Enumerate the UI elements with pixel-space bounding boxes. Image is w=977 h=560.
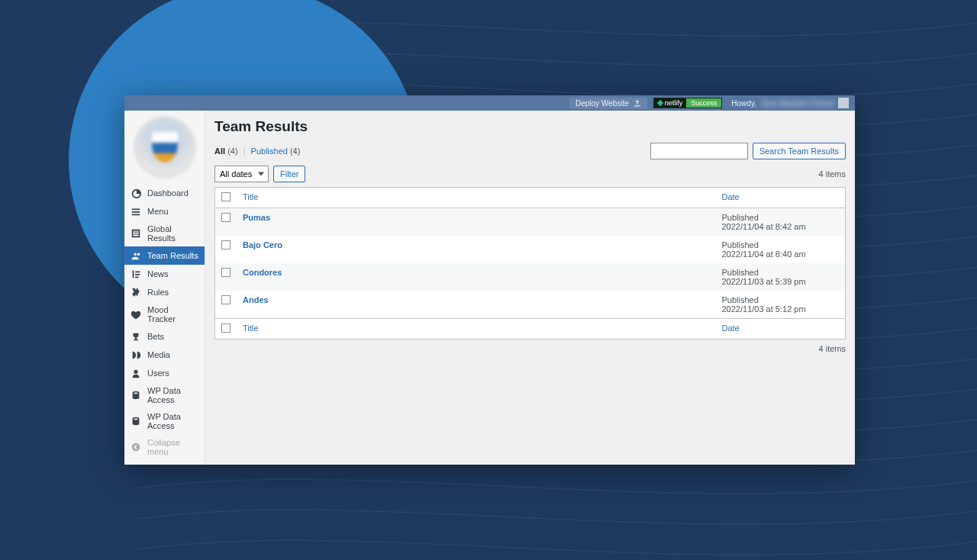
- row-checkbox[interactable]: [221, 213, 231, 222]
- svg-point-0: [132, 443, 140, 452]
- globe-icon: [131, 228, 141, 239]
- table-row: Bajo CeroPublished2022/11/04 at 8:40 am: [215, 236, 846, 263]
- sidebar-item-label: Bets: [147, 332, 164, 341]
- sort-by-title[interactable]: Title: [243, 192, 258, 201]
- select-all-checkbox[interactable]: [221, 192, 231, 201]
- sidebar-item-label: News: [147, 269, 169, 278]
- filter-published-count: (4): [290, 146, 300, 156]
- status-filter-links: All (4) | Published (4): [214, 146, 300, 156]
- row-status: Published: [722, 213, 840, 222]
- row-status: Published: [722, 295, 840, 304]
- netlify-diamond-icon: [657, 100, 663, 106]
- row-date: 2022/11/04 at 8:42 am: [722, 222, 840, 231]
- sidebar-item-wp-data-access[interactable]: WP Data Access: [124, 382, 205, 408]
- row-date: 2022/11/04 at 8:40 am: [722, 249, 840, 259]
- sort-by-title-footer[interactable]: Title: [243, 323, 258, 333]
- items-count-bottom: 4 items: [214, 344, 846, 353]
- sidebar-item-label: Media: [147, 350, 170, 359]
- collapse-menu-button[interactable]: Collapse menu: [124, 434, 205, 460]
- netlify-brand: netlify: [665, 99, 683, 107]
- mood-icon: [131, 309, 141, 320]
- netlify-status-badge: netlify Success: [653, 98, 723, 108]
- site-logo[interactable]: [124, 111, 205, 184]
- filter-all[interactable]: All: [214, 146, 225, 156]
- sidebar-item-mood-tracker[interactable]: Mood Tracker: [124, 301, 205, 327]
- avatar-icon: [838, 98, 849, 108]
- sidebar-item-global-results[interactable]: Global Results: [124, 220, 205, 246]
- netlify-status: Success: [686, 98, 721, 108]
- sidebar-item-label: Mood Tracker: [147, 305, 198, 323]
- sidebar-item-rules[interactable]: Rules: [124, 283, 205, 301]
- sidebar-item-label: WP Data Access: [147, 386, 198, 404]
- sidebar-item-news[interactable]: News: [124, 265, 205, 283]
- team-icon: [131, 250, 141, 261]
- date-filter-select[interactable]: All dates: [214, 166, 269, 182]
- sidebar-item-menu[interactable]: Menu: [124, 202, 205, 220]
- filter-published[interactable]: Published: [251, 146, 288, 156]
- sidebar-item-label: WP Data Access: [147, 412, 198, 430]
- media-icon: [131, 349, 141, 360]
- main-content: Team Results All (4) | Published (4) Sea…: [205, 111, 855, 465]
- row-date: 2022/11/03 at 5:39 pm: [722, 277, 840, 286]
- table-row: AndesPublished2022/11/03 at 5:12 pm: [215, 291, 846, 319]
- filter-button[interactable]: Filter: [273, 166, 305, 182]
- news-icon: [131, 269, 141, 279]
- select-all-checkbox-footer[interactable]: [221, 323, 231, 333]
- collapse-icon: [131, 442, 141, 452]
- row-status: Published: [722, 240, 840, 249]
- table-row: PumasPublished2022/11/04 at 8:42 am: [215, 208, 846, 237]
- sidebar-item-label: Team Results: [147, 251, 198, 260]
- row-title-link[interactable]: Condores: [243, 268, 282, 277]
- items-count-top: 4 items: [819, 169, 846, 179]
- dashboard-icon: [131, 188, 141, 198]
- row-title-link[interactable]: Pumas: [243, 213, 270, 222]
- sidebar-item-bets[interactable]: Bets: [124, 327, 205, 346]
- row-checkbox[interactable]: [221, 240, 231, 249]
- search-input[interactable]: [650, 143, 748, 159]
- sort-by-date[interactable]: Date: [722, 192, 740, 201]
- sidebar-item-media[interactable]: Media: [124, 346, 205, 364]
- page-title: Team Results: [214, 118, 846, 135]
- rules-icon: [131, 287, 141, 298]
- upload-icon: [634, 99, 641, 107]
- sidebar-item-label: Dashboard: [147, 188, 189, 198]
- sidebar-item-team-results[interactable]: Team Results: [124, 246, 205, 265]
- sidebar-item-dashboard[interactable]: Dashboard: [124, 184, 205, 202]
- sidebar-item-label: Rules: [147, 288, 169, 297]
- admin-topbar: Deploy Website netlify Success Howdy, Je…: [124, 95, 855, 111]
- admin-sidebar: DashboardMenuGlobal ResultsTeam ResultsN…: [124, 111, 205, 465]
- howdy-account[interactable]: Howdy, Jean-Baptiste Cheval: [728, 98, 852, 108]
- app-window: Deploy Website netlify Success Howdy, Je…: [124, 95, 855, 465]
- sidebar-item-users[interactable]: Users: [124, 364, 205, 382]
- users-icon: [131, 368, 141, 378]
- sidebar-item-label: Menu: [147, 207, 169, 216]
- sidebar-item-label: Global Results: [147, 224, 198, 243]
- bets-icon: [131, 331, 141, 342]
- row-checkbox[interactable]: [221, 295, 231, 304]
- row-title-link[interactable]: Bajo Cero: [243, 240, 282, 249]
- row-checkbox[interactable]: [221, 268, 231, 277]
- row-status: Published: [722, 268, 840, 277]
- howdy-name: Jean-Baptiste Cheval: [761, 99, 834, 108]
- sidebar-item-wp-data-access[interactable]: WP Data Access: [124, 408, 205, 434]
- sidebar-item-label: Users: [147, 369, 169, 378]
- row-title-link[interactable]: Andes: [243, 295, 269, 304]
- db-icon: [131, 390, 141, 401]
- howdy-prefix: Howdy,: [731, 99, 756, 108]
- filter-all-count: (4): [227, 146, 237, 156]
- results-table: Title Date PumasPublished2022/11/04 at 8…: [214, 187, 846, 340]
- sort-by-date-footer[interactable]: Date: [722, 323, 740, 333]
- collapse-label: Collapse menu: [147, 438, 198, 456]
- search-button[interactable]: Search Team Results: [753, 143, 846, 159]
- menu-icon: [131, 206, 141, 217]
- deploy-label: Deploy Website: [576, 99, 629, 108]
- table-row: CondoresPublished2022/11/03 at 5:39 pm: [215, 263, 846, 291]
- db-icon: [131, 416, 141, 426]
- deploy-website-link[interactable]: Deploy Website: [569, 98, 647, 109]
- row-date: 2022/11/03 at 5:12 pm: [722, 304, 840, 314]
